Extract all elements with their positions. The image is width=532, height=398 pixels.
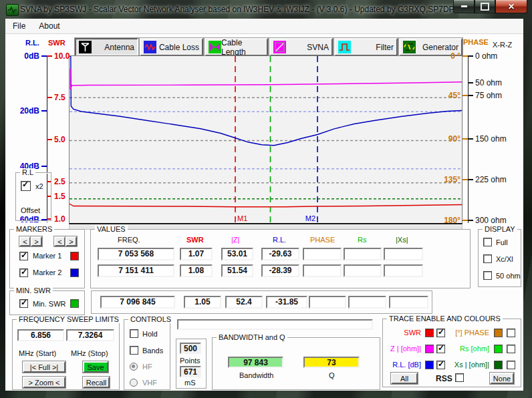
- toolbar-button-antenna[interactable]: Antenna: [75, 38, 138, 56]
- start-frequency-field[interactable]: 6.856: [17, 329, 64, 341]
- recall-button[interactable]: Recall: [83, 377, 110, 388]
- stop-frequency-field[interactable]: 7.3264: [66, 329, 114, 341]
- trace-z-swatch: [425, 345, 434, 353]
- toolbar-button-cable-loss[interactable]: Cable Loss: [140, 38, 203, 56]
- toolbar-button-svna[interactable]: SVNA: [269, 38, 333, 56]
- swr-tick-label: 2.5: [54, 177, 65, 186]
- full-sweep-button[interactable]: |< Full >|: [23, 361, 65, 373]
- ms-value: 671: [180, 366, 201, 377]
- minimize-button[interactable]: [453, 0, 475, 13]
- trace-z-checkbox[interactable]: [436, 345, 445, 353]
- rl-tick: [41, 110, 47, 112]
- xcxl-checkbox[interactable]: [483, 254, 492, 263]
- maximize-icon: [481, 3, 489, 11]
- hold-checkbox[interactable]: [130, 329, 138, 338]
- offset-button[interactable]: Offset: [21, 206, 40, 214]
- toolbar-button-cable-length[interactable]: Cable Length: [205, 38, 268, 56]
- controls-group: CONTROLS Hold Bands HF VHF: [124, 319, 170, 390]
- phase-tick-label: 0 °: [440, 51, 460, 61]
- start-frequency-label: MHz (Start): [19, 349, 56, 357]
- trace-rl-checkbox[interactable]: [436, 361, 445, 369]
- phase-tick-label: 135°: [440, 175, 460, 184]
- ohm-tick-label: 75 ohm: [475, 91, 502, 100]
- trace-SWR: [70, 56, 462, 146]
- ohm-tick: [469, 220, 473, 221]
- q-label: Q: [329, 371, 335, 379]
- vhf-radio[interactable]: [130, 379, 138, 387]
- ohm-tick: [469, 82, 473, 83]
- rl-tick-label: 20dB: [17, 106, 39, 116]
- marker2-checkbox[interactable]: [19, 268, 28, 277]
- phase-axis-title: PHASE: [463, 38, 489, 46]
- marker2-freq-value: 7 151 411: [98, 264, 174, 277]
- chart-plot-area[interactable]: M1M2: [69, 55, 462, 224]
- ohm50-checkbox[interactable]: [483, 271, 492, 280]
- maximize-button[interactable]: [475, 0, 495, 13]
- ohm50-label: 50 ohm: [496, 272, 521, 280]
- menu-about[interactable]: About: [33, 20, 65, 32]
- rss-checkbox[interactable]: [455, 373, 464, 382]
- save-button[interactable]: Save: [83, 361, 108, 373]
- points-label: Points: [180, 357, 201, 365]
- none-traces-button[interactable]: None: [490, 373, 514, 384]
- rl-tick-label: 0dB: [17, 51, 39, 61]
- header-rl: R.L.: [273, 236, 286, 244]
- marker2-phase-value: [303, 264, 342, 277]
- svna-icon: [273, 41, 286, 53]
- marker1-left-spinner[interactable]: <: [19, 236, 31, 246]
- marker2-right-spinner[interactable]: >: [65, 236, 77, 246]
- bands-label: Bands: [142, 347, 163, 355]
- swr-tick-label: 7.5: [54, 93, 65, 102]
- marker1-checkbox[interactable]: [19, 252, 28, 260]
- display-group-title: DISPLAY: [483, 225, 517, 233]
- markers-group-title: MARKERS: [14, 225, 54, 233]
- phase-tick-label: 90°: [440, 134, 460, 144]
- chart-svg: M1M2: [70, 56, 462, 223]
- swr-tick: [47, 97, 52, 98]
- marker1-right-spinner[interactable]: >: [31, 236, 42, 246]
- trace-swr-checkbox[interactable]: [436, 329, 445, 337]
- points-panel: 500 Points 671 mS: [176, 339, 207, 389]
- ohm-tick-label: 225 ohm: [475, 175, 507, 184]
- ohm-tick-label: 150 ohm: [475, 134, 507, 144]
- swr-tick-label: 10.0: [54, 51, 70, 61]
- ohm-tick: [469, 179, 473, 180]
- phase-tick: [462, 179, 468, 180]
- swr-tick-label: 1.5: [54, 192, 65, 201]
- min-swr-rs-value: [348, 296, 386, 309]
- min-swr-rl-value: -31.85: [266, 296, 307, 309]
- bands-checkbox[interactable]: [130, 346, 138, 355]
- min-swr-checkbox[interactable]: [19, 299, 28, 308]
- marker1-rs-value: [344, 248, 382, 260]
- titlebar[interactable]: SVNA by SP3SWJ - Scalar Vector Network A…: [0, 0, 532, 19]
- hold-label: Hold: [142, 330, 158, 338]
- ohm-tick: [469, 95, 473, 96]
- hf-radio[interactable]: [130, 363, 138, 371]
- trace-xs-checkbox[interactable]: [507, 361, 515, 369]
- app-icon: [6, 4, 19, 16]
- trace-rs-checkbox[interactable]: [507, 345, 515, 353]
- all-traces-button[interactable]: All: [391, 373, 418, 384]
- rl-tick: [41, 55, 47, 57]
- trace-enable-group: TRACE ENABLE AND COLOURS SWR PHASE [°] |…: [382, 319, 521, 387]
- rl-offset-group-title: R.L: [20, 168, 35, 176]
- full-checkbox[interactable]: [483, 238, 492, 246]
- full-label: Full: [496, 238, 508, 246]
- marker2-xs-value: [384, 264, 423, 277]
- phase-tick: [462, 138, 468, 140]
- marker2-left-spinner[interactable]: <: [54, 236, 65, 246]
- zoom-sweep-button[interactable]: > Zoom <: [23, 377, 65, 388]
- marker1-xs-value: [384, 248, 423, 260]
- hf-label: HF: [142, 363, 152, 371]
- filter-icon: [338, 41, 351, 53]
- rss-label: RSS: [436, 374, 452, 383]
- close-button[interactable]: ✕: [495, 0, 527, 13]
- trace-phase-checkbox[interactable]: [507, 329, 515, 337]
- marker1-swr-value: 1.07: [180, 248, 213, 260]
- toolbar-button-label: Cable Length: [221, 38, 264, 57]
- toolbar-button-filter[interactable]: Filter: [334, 38, 398, 56]
- x2-checkbox[interactable]: [21, 181, 31, 191]
- marker1-label: Marker 1: [33, 252, 61, 260]
- comment-input[interactable]: [177, 319, 373, 330]
- menu-file[interactable]: File: [7, 20, 31, 32]
